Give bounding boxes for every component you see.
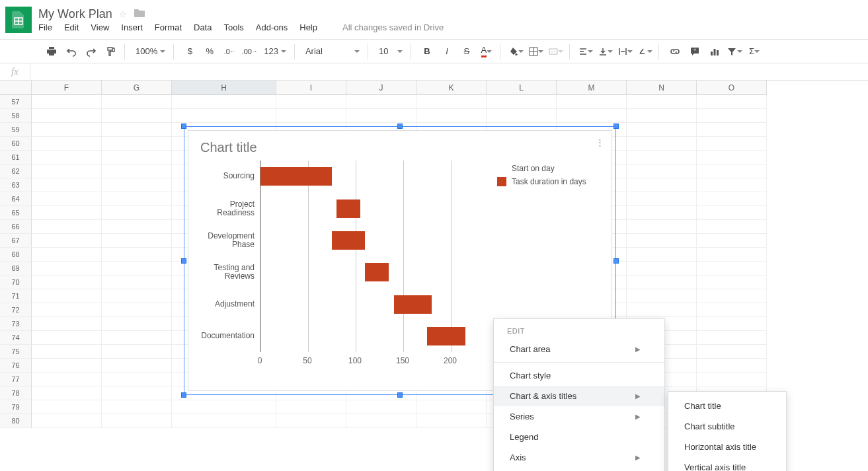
cell[interactable] xyxy=(32,95,102,109)
cell[interactable] xyxy=(32,151,102,164)
doc-title[interactable]: My Work Plan xyxy=(38,7,112,21)
cell[interactable] xyxy=(697,206,767,220)
bar-segment[interactable] xyxy=(332,231,365,250)
row-header[interactable]: 64 xyxy=(0,192,32,206)
menu-item[interactable]: Chart title xyxy=(668,396,786,416)
number-format-select[interactable]: 123 xyxy=(261,46,289,56)
cell[interactable] xyxy=(102,289,172,303)
cell[interactable] xyxy=(416,400,487,414)
paint-format-icon[interactable] xyxy=(103,44,119,59)
row-header[interactable]: 66 xyxy=(0,220,32,234)
decrease-decimal-icon[interactable]: .0← xyxy=(221,44,237,59)
functions-icon[interactable]: Σ xyxy=(746,44,762,59)
menu-help[interactable]: Help xyxy=(299,22,317,32)
cell[interactable] xyxy=(697,331,767,345)
cell[interactable] xyxy=(697,359,767,373)
cell[interactable] xyxy=(32,289,102,303)
cell[interactable] xyxy=(102,275,172,289)
cell[interactable] xyxy=(32,178,102,192)
cell[interactable] xyxy=(276,400,346,414)
cell[interactable] xyxy=(697,289,767,303)
cell[interactable] xyxy=(697,373,767,386)
increase-decimal-icon[interactable]: .00→ xyxy=(241,44,257,59)
chart-menu-icon[interactable]: ⋮ xyxy=(596,137,604,147)
cell[interactable] xyxy=(276,95,346,109)
filter-icon[interactable] xyxy=(727,44,742,59)
column-header-L[interactable]: L xyxy=(487,81,557,95)
menu-item[interactable]: Gridlines▶ xyxy=(494,468,664,471)
redo-icon[interactable] xyxy=(83,44,99,59)
cell[interactable] xyxy=(32,220,102,234)
cell[interactable] xyxy=(697,317,767,331)
formula-input[interactable] xyxy=(30,63,868,80)
cell[interactable] xyxy=(102,109,172,123)
menu-view[interactable]: View xyxy=(91,22,109,32)
row-header[interactable]: 62 xyxy=(0,164,32,178)
row-header[interactable]: 71 xyxy=(0,289,32,303)
italic-icon[interactable]: I xyxy=(439,44,455,59)
cell[interactable] xyxy=(32,234,102,248)
row-header[interactable]: 65 xyxy=(0,206,32,220)
row-header[interactable]: 80 xyxy=(0,414,32,428)
cell[interactable] xyxy=(102,400,172,414)
v-align-icon[interactable] xyxy=(598,44,613,59)
print-icon[interactable] xyxy=(44,44,59,59)
row-header[interactable]: 60 xyxy=(0,137,32,151)
column-header-J[interactable]: J xyxy=(346,81,416,95)
cell[interactable] xyxy=(172,109,276,123)
cell[interactable] xyxy=(697,95,767,109)
bold-icon[interactable]: B xyxy=(419,44,435,59)
cell[interactable] xyxy=(416,414,487,428)
column-header-N[interactable]: N xyxy=(627,81,697,95)
insert-link-icon[interactable] xyxy=(667,44,683,59)
font-select[interactable]: Arial xyxy=(303,46,362,56)
bar-segment[interactable] xyxy=(336,199,360,218)
cell[interactable] xyxy=(102,248,172,262)
cell[interactable] xyxy=(627,178,697,192)
cell[interactable] xyxy=(172,414,276,428)
cell[interactable] xyxy=(102,206,172,220)
row-header[interactable]: 61 xyxy=(0,151,32,164)
star-icon[interactable]: ☆ xyxy=(119,9,127,19)
cell[interactable] xyxy=(32,373,102,386)
menu-data[interactable]: Data xyxy=(194,22,212,32)
cell[interactable] xyxy=(627,220,697,234)
cell[interactable] xyxy=(697,345,767,359)
cell[interactable] xyxy=(102,386,172,400)
cell[interactable] xyxy=(627,234,697,248)
fill-color-icon[interactable] xyxy=(508,44,524,59)
cell[interactable] xyxy=(32,345,102,359)
resize-handle-ml[interactable] xyxy=(181,258,186,264)
cell[interactable] xyxy=(102,164,172,178)
cell[interactable] xyxy=(627,289,697,303)
cell[interactable] xyxy=(697,248,767,262)
row-header[interactable]: 79 xyxy=(0,400,32,414)
h-align-icon[interactable] xyxy=(578,44,594,59)
menu-item[interactable]: Series▶ xyxy=(494,406,664,427)
folder-icon[interactable] xyxy=(134,9,145,20)
cell[interactable] xyxy=(32,331,102,345)
borders-icon[interactable] xyxy=(528,44,544,59)
cell[interactable] xyxy=(627,262,697,275)
menu-item[interactable]: Chart style xyxy=(494,365,664,386)
font-size-select[interactable]: 10 xyxy=(376,46,405,56)
cell[interactable] xyxy=(32,109,102,123)
cell[interactable] xyxy=(172,95,276,109)
bar-segment[interactable] xyxy=(365,263,389,281)
insert-comment-icon[interactable]: + xyxy=(687,44,703,59)
bar-segment[interactable] xyxy=(260,167,332,186)
row-header[interactable]: 78 xyxy=(0,386,32,400)
cell[interactable] xyxy=(697,109,767,123)
resize-handle-tr[interactable] xyxy=(613,124,619,129)
cell[interactable] xyxy=(697,262,767,275)
menu-file[interactable]: File xyxy=(38,22,52,32)
menu-item[interactable]: Chart area▶ xyxy=(494,339,664,359)
cell[interactable] xyxy=(346,109,416,123)
cell[interactable] xyxy=(627,192,697,206)
row-header[interactable]: 59 xyxy=(0,123,32,137)
cell[interactable] xyxy=(32,275,102,289)
cell[interactable] xyxy=(102,331,172,345)
row-header[interactable]: 58 xyxy=(0,109,32,123)
cell[interactable] xyxy=(697,275,767,289)
cell[interactable] xyxy=(102,317,172,331)
